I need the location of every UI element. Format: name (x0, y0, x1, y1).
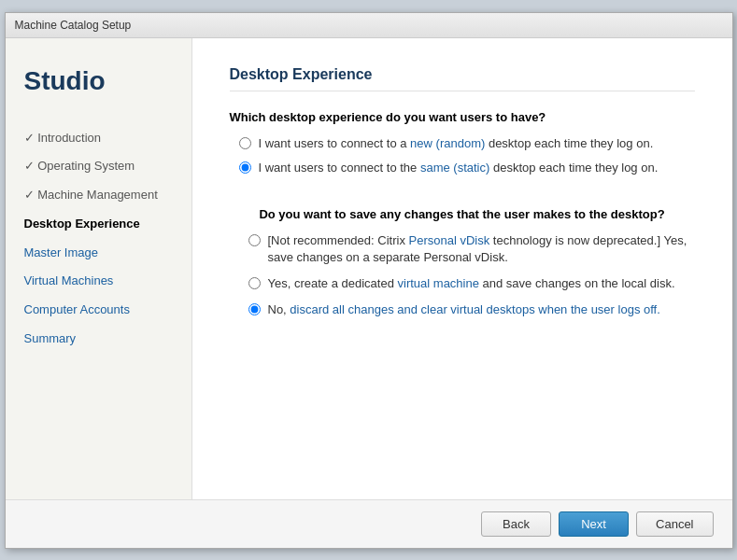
machine-catalog-setup-window: Machine Catalog Setup Studio Introductio… (5, 12, 733, 549)
main-content: Desktop Experience Which desktop experie… (192, 38, 732, 499)
sidebar-item-operating-system[interactable]: Operating System (6, 152, 191, 181)
sidebar-item-computer-accounts[interactable]: Computer Accounts (6, 296, 191, 325)
sidebar-item-summary[interactable]: Summary (6, 325, 191, 354)
option-discard-changes[interactable]: No, discard all changes and clear virtua… (248, 301, 695, 318)
option-dedicated-vm[interactable]: Yes, create a dedicated virtual machine … (248, 275, 695, 292)
footer: Back Next Cancel (6, 499, 732, 548)
section-title: Desktop Experience (230, 66, 695, 91)
option-static-desktop[interactable]: I want users to connect to the same (sta… (239, 160, 695, 176)
option-random-desktop[interactable]: I want users to connect to a new (random… (239, 135, 695, 152)
sidebar-item-introduction[interactable]: Introduction (6, 124, 191, 153)
cancel-button[interactable]: Cancel (636, 511, 713, 537)
next-button[interactable]: Next (559, 511, 629, 537)
sidebar-item-master-image[interactable]: Master Image (6, 239, 191, 268)
window-title: Machine Catalog Setup (15, 19, 132, 32)
question1: Which desktop experience do you want use… (230, 110, 695, 124)
sidebar-item-virtual-machines[interactable]: Virtual Machines (6, 267, 191, 296)
desktop-experience-options: I want users to connect to a new (random… (230, 135, 695, 184)
option-personal-vdisk[interactable]: [Not recommended: Citrix Personal vDisk … (248, 232, 695, 266)
sidebar-item-desktop-experience[interactable]: Desktop Experience (6, 210, 191, 239)
sidebar-title: Studio (6, 57, 191, 124)
window-body: Studio Introduction Operating System Mac… (6, 38, 732, 499)
title-bar: Machine Catalog Setup (6, 13, 732, 38)
save-changes-options: [Not recommended: Citrix Personal vDisk … (230, 232, 695, 329)
back-button[interactable]: Back (481, 511, 551, 537)
question2: Do you want to save any changes that the… (230, 207, 695, 221)
sidebar: Studio Introduction Operating System Mac… (6, 38, 192, 499)
sidebar-item-machine-management[interactable]: Machine Management (6, 181, 191, 210)
